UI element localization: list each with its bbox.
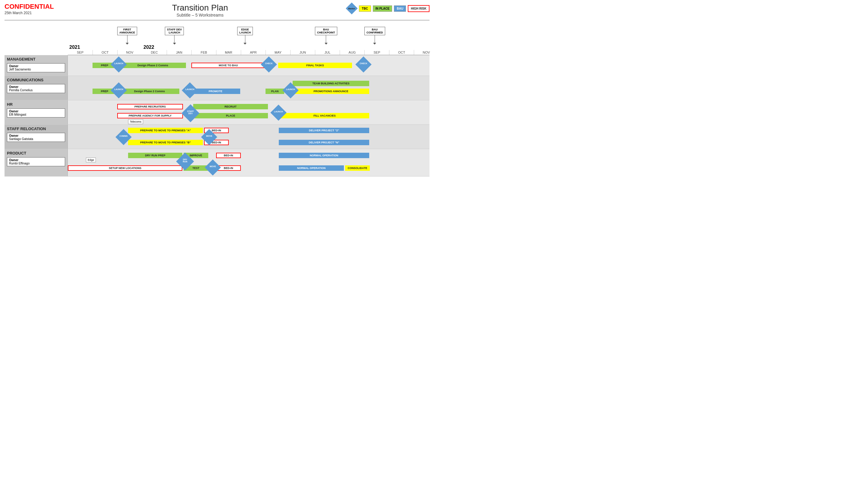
diamond-comms-reloc-label: COMMS xyxy=(118,135,129,137)
month-jun: JUN xyxy=(290,50,315,55)
subtitle: Subtitle – 5 Workstreams xyxy=(172,13,228,17)
ws-product-body: DRY RUN PREP IMPROVE BED-IN NORMAL OPERA… xyxy=(68,149,429,176)
diamond-move-prod xyxy=(205,159,221,176)
diamond-launch2-comms-label: LAUNCH xyxy=(185,88,195,90)
ws-staff-reloc-owner-label: Owner xyxy=(9,134,63,137)
diamond-launch-comms-label: LAUNCH xyxy=(114,88,124,90)
legend-high-risk: HIGH RISK xyxy=(408,5,429,12)
month-mar: MAR xyxy=(216,50,241,55)
ws-product-owner-box: Owner Rumbi Effinago xyxy=(7,157,65,166)
timeline-container: FIRSTANNOUNCE STAFF DEVLAUNCH EDGELAUNCH… xyxy=(4,22,429,176)
ws-management: MANAGEMENT Owner Jeff Sacramento PREP LA… xyxy=(4,55,429,76)
bar-place: PLACE xyxy=(193,113,268,118)
bar-design-phase-comms: Design Phase 2 Comms xyxy=(119,89,179,94)
bar-prepare-recruiters: PREPARE RECRUITERS xyxy=(117,104,183,109)
months-2022: DEC JAN FEB MAR APR MAY JUN JUL AUG SEP … xyxy=(142,50,434,55)
ws-staff-reloc-name: STAFF RELOCATION xyxy=(7,127,65,131)
diamond-launch-mgmt xyxy=(111,56,127,73)
bar-prepare-b: PREPARE TO MOVE TO PREMISES "B" xyxy=(128,140,203,145)
milestone-bau-confirmed: BAUCONFIRMED xyxy=(364,27,385,44)
bar-plan-comms: PLAN xyxy=(265,89,284,94)
diamond-launch3-comms-label: LAUNCH xyxy=(285,88,296,90)
ws-product-owner-label: Owner xyxy=(9,158,63,162)
col-headers: 2021 SEP OCT NOV 2022 DEC JAN FEB MAR AP… xyxy=(68,44,429,55)
month-nov: NOV xyxy=(117,50,142,55)
year-2022: 2022 DEC JAN FEB MAR APR MAY JUN JUL AUG… xyxy=(142,44,434,55)
milestone-line3 xyxy=(245,35,245,43)
month-sep2: SEP xyxy=(364,50,389,55)
ws-hr-body: PREPARE RECRUITERS PREPARE AGENCY FOR SU… xyxy=(68,100,429,125)
bau-confirmed-box: BAUCONFIRMED xyxy=(364,27,385,35)
year-2021-label: 2021 xyxy=(68,44,142,50)
ws-comms-owner-name: Pernilla Cornelius xyxy=(9,89,63,92)
ws-management-label: MANAGEMENT Owner Jeff Sacramento xyxy=(4,55,68,76)
bar-prepare-a: PREPARE TO MOVE TO PREMISES "A" xyxy=(128,128,203,133)
workstreams: MANAGEMENT Owner Jeff Sacramento PREP LA… xyxy=(4,55,429,176)
ws-product-label: PRODUCT Owner Rumbi Effinago xyxy=(4,149,68,176)
month-feb: FEB xyxy=(191,50,216,55)
ws-staff-reloc-owner-name: Santiago Gatstata xyxy=(9,137,63,141)
month-apr: APR xyxy=(241,50,265,55)
main-title: Transition Plan xyxy=(172,3,228,13)
legend: Marker TBC IN PLACE BAU HIGH RISK xyxy=(346,3,429,14)
ws-staff-reloc-label: STAFF RELOCATION Owner Santiago Gatstata xyxy=(4,125,68,149)
bar-deliver-2: DELIVER PROJECT "2" xyxy=(279,128,369,133)
first-announce-box: FIRSTANNOUNCE xyxy=(117,27,137,35)
month-sep: SEP xyxy=(68,50,93,55)
milestone-arrow2 xyxy=(173,43,176,44)
ws-hr-owner-name: Effi Mitingast xyxy=(9,113,63,116)
ws-product: PRODUCT Owner Rumbi Effinago DRY RUN PRE… xyxy=(4,149,429,176)
ws-staff-reloc-owner-box: Owner Santiago Gatstata xyxy=(7,133,65,142)
month-jan: JAN xyxy=(167,50,191,55)
milestones-row: FIRSTANNOUNCE STAFF DEVLAUNCH EDGELAUNCH… xyxy=(68,22,429,44)
diamond-launch-mgmt-label: LAUNCH xyxy=(114,62,124,64)
year-2021: 2021 SEP OCT NOV xyxy=(68,44,142,55)
ws-hr-owner-box: Owner Effi Mitingast xyxy=(7,109,65,117)
ws-hr-owner-label: Owner xyxy=(9,110,63,113)
ws-comms-name: COMMUNICATIONS xyxy=(7,78,65,82)
month-oct: OCT xyxy=(93,50,117,55)
diamond-move-reloc-label: MOVE xyxy=(204,135,214,137)
ws-management-body: PREP LAUNCH Design Phase 2 Comms MOVE TO… xyxy=(68,55,429,76)
diamond-dry-run-label: DRYRUN xyxy=(179,158,191,163)
ws-management-owner-box: Owner Jeff Sacramento xyxy=(7,63,65,72)
year-2022-label: 2022 xyxy=(142,44,434,50)
diamond-staff-dev-hr-label: STAFFDEV xyxy=(184,110,197,114)
milestone-edge-launch: EDGELAUNCH xyxy=(237,27,253,44)
ws-staff-reloc: STAFF RELOCATION Owner Santiago Gatstata… xyxy=(4,125,429,149)
bar-promotions: PROMOTIONS ANNOUNCE xyxy=(293,89,369,94)
ws-comms-body: PREP LAUNCH Design Phase 2 Comms LAUNCH … xyxy=(68,76,429,100)
bar-deliver-n: DELIVER PROJECT "N" xyxy=(279,140,369,145)
bar-normal-op1: NORMAL OPERATION xyxy=(279,153,369,158)
month-may: MAY xyxy=(265,50,290,55)
milestone-bau-checkpoint: BAUCHECKPOINT xyxy=(315,27,337,44)
callout-edge: Edge xyxy=(86,157,96,163)
edge-launch-box: EDGELAUNCH xyxy=(237,27,253,35)
legend-in-place: IN PLACE xyxy=(373,5,392,12)
staff-dev-box: STAFF DEVLAUNCH xyxy=(165,27,184,35)
diamond-launch2-comms xyxy=(182,82,198,98)
page: CONFIDENTIAL 25th March 2021 Transition … xyxy=(0,0,434,247)
marker-label: Marker xyxy=(348,7,355,10)
bau-checkpoint-box: BAUCHECKPOINT xyxy=(315,27,337,35)
ws-management-owner-name: Jeff Sacramento xyxy=(9,68,63,71)
date-label: 25th March 2021 xyxy=(4,11,54,15)
bar-consolidate: CONSOLIDATE xyxy=(345,165,370,171)
bar-normal-op2: NORMAL OPERATION xyxy=(279,165,344,171)
diamond-launch-comms xyxy=(111,82,127,98)
ws-hr-name: HR xyxy=(7,102,65,107)
diamond-launch-hr-label: LAUNCH xyxy=(273,111,283,113)
ws-comms: COMMUNICATIONS Owner Pernilla Cornelius … xyxy=(4,76,429,100)
milestone-arrow5 xyxy=(373,43,376,44)
milestone-arrow3 xyxy=(243,43,246,44)
bar-bed-in-prod1: BED-IN xyxy=(216,153,241,158)
month-nov2: NOV xyxy=(414,50,434,55)
milestone-line2 xyxy=(174,35,174,43)
ws-comms-owner-label: Owner xyxy=(9,85,63,89)
bar-recruit: RECRUIT xyxy=(193,104,268,109)
ws-comms-owner-box: Owner Pernilla Cornelius xyxy=(7,84,65,93)
milestone-line4 xyxy=(326,35,326,43)
legend-marker: Marker xyxy=(346,3,357,14)
month-oct2: OCT xyxy=(389,50,414,55)
diamond-check1-mgmt-label: CHECK xyxy=(264,62,274,64)
